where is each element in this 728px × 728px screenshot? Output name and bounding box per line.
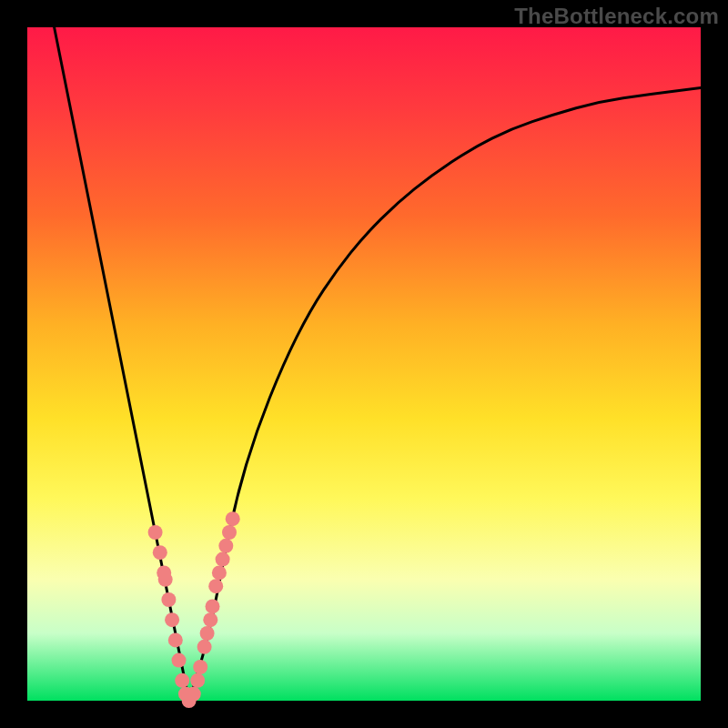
watermark-text: TheBottleneck.com [514, 4, 719, 29]
marker-point [175, 673, 189, 688]
marker-point [161, 592, 176, 607]
marker-point [206, 599, 220, 613]
marker-point [197, 640, 212, 654]
marker-point [190, 673, 205, 688]
marker-point [168, 632, 183, 647]
outer-frame: TheBottleneck.com [0, 0, 728, 728]
marker-point [208, 579, 223, 593]
marker-point [226, 511, 240, 526]
bottleneck-curve [55, 27, 701, 694]
marker-point [200, 626, 215, 641]
marker-point [212, 565, 227, 580]
marker-point [148, 525, 163, 540]
plot-area [27, 27, 701, 701]
marker-point [172, 653, 187, 668]
marker-point [187, 687, 201, 702]
marker-point [153, 545, 167, 560]
marker-point [165, 612, 179, 627]
marker-point [218, 539, 233, 553]
marker-point [193, 660, 207, 674]
chart-svg [27, 27, 701, 701]
marker-cluster [148, 511, 240, 708]
marker-point [203, 612, 217, 627]
marker-point [158, 572, 173, 587]
marker-point [222, 525, 237, 540]
marker-point [216, 552, 230, 567]
